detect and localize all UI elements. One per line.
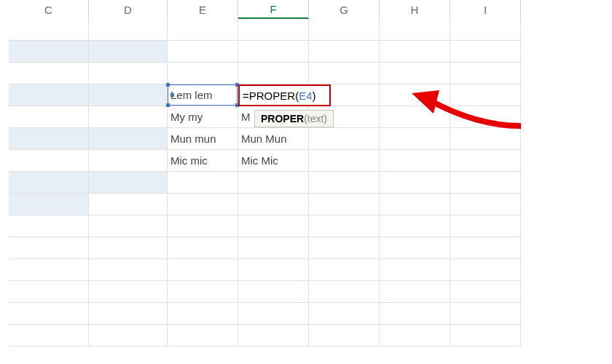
- cell[interactable]: [9, 194, 89, 215]
- cell[interactable]: [238, 281, 309, 303]
- col-header-d[interactable]: D: [89, 0, 168, 19]
- cell[interactable]: [168, 303, 238, 325]
- cell[interactable]: [168, 194, 238, 215]
- cell[interactable]: [89, 325, 168, 347]
- cell[interactable]: [9, 19, 89, 41]
- cell[interactable]: [89, 84, 168, 106]
- cell-f7[interactable]: Mic Mic: [238, 150, 309, 172]
- cell[interactable]: [89, 63, 168, 84]
- cell[interactable]: [9, 303, 89, 325]
- cell[interactable]: [309, 19, 380, 41]
- cell[interactable]: [9, 281, 89, 303]
- cell[interactable]: [380, 150, 450, 172]
- cell[interactable]: [89, 128, 168, 150]
- cell[interactable]: [89, 150, 168, 172]
- cell[interactable]: [309, 63, 380, 84]
- cell[interactable]: [450, 259, 521, 281]
- cell[interactable]: [89, 303, 168, 325]
- cell[interactable]: [380, 281, 450, 303]
- cell[interactable]: [89, 237, 168, 259]
- cell[interactable]: [380, 215, 450, 237]
- cell[interactable]: [9, 106, 89, 128]
- cell[interactable]: [9, 41, 89, 63]
- cell[interactable]: [450, 303, 521, 325]
- cell[interactable]: [309, 303, 380, 325]
- cell[interactable]: [9, 237, 89, 259]
- cell[interactable]: [9, 84, 89, 106]
- cell[interactable]: [380, 194, 450, 215]
- cell[interactable]: [380, 325, 450, 347]
- cell[interactable]: [238, 215, 309, 237]
- cell[interactable]: [238, 325, 309, 347]
- cell[interactable]: [89, 194, 168, 215]
- col-header-f[interactable]: F: [238, 0, 309, 19]
- cell[interactable]: [309, 325, 380, 347]
- cell[interactable]: [89, 106, 168, 128]
- cell-e4[interactable]: Lem lem: [168, 84, 238, 106]
- cell[interactable]: [9, 128, 89, 150]
- cell[interactable]: [309, 215, 380, 237]
- cell[interactable]: [380, 63, 450, 84]
- cell[interactable]: [168, 19, 238, 41]
- col-header-i[interactable]: I: [450, 0, 521, 19]
- cell[interactable]: [89, 41, 168, 63]
- cell[interactable]: [168, 237, 238, 259]
- cell[interactable]: [238, 303, 309, 325]
- cell[interactable]: [238, 41, 309, 63]
- cell[interactable]: [9, 150, 89, 172]
- cell[interactable]: [450, 194, 521, 215]
- cell[interactable]: [450, 237, 521, 259]
- cell[interactable]: [238, 172, 309, 194]
- cell[interactable]: [380, 259, 450, 281]
- col-header-c[interactable]: C: [9, 0, 89, 19]
- cell[interactable]: [309, 41, 380, 63]
- cell[interactable]: [380, 237, 450, 259]
- cell[interactable]: [380, 41, 450, 63]
- cell[interactable]: [9, 172, 89, 194]
- cell[interactable]: [238, 19, 309, 41]
- cell[interactable]: [168, 325, 238, 347]
- cell[interactable]: [9, 325, 89, 347]
- cell[interactable]: [168, 172, 238, 194]
- cell-e7[interactable]: Mic mic: [168, 150, 238, 172]
- cell[interactable]: [238, 63, 309, 84]
- cell[interactable]: [450, 172, 521, 194]
- cell[interactable]: [450, 63, 521, 84]
- cell[interactable]: [168, 63, 238, 84]
- cell[interactable]: [309, 281, 380, 303]
- cell[interactable]: [9, 63, 89, 84]
- cell[interactable]: [450, 215, 521, 237]
- cell-e5[interactable]: My my: [168, 106, 238, 128]
- cell[interactable]: [168, 215, 238, 237]
- cell[interactable]: [450, 19, 521, 41]
- cell[interactable]: [450, 281, 521, 303]
- cell[interactable]: [89, 215, 168, 237]
- cell[interactable]: [450, 325, 521, 347]
- col-header-h[interactable]: H: [380, 0, 450, 19]
- cell[interactable]: [89, 19, 168, 41]
- cell[interactable]: [168, 259, 238, 281]
- cell[interactable]: [9, 259, 89, 281]
- cell[interactable]: [380, 172, 450, 194]
- cell[interactable]: [450, 41, 521, 63]
- col-header-g[interactable]: G: [309, 0, 380, 19]
- cell[interactable]: [309, 259, 380, 281]
- cell[interactable]: [89, 172, 168, 194]
- cell[interactable]: [380, 19, 450, 41]
- cell[interactable]: [309, 237, 380, 259]
- cell[interactable]: [309, 172, 380, 194]
- cell[interactable]: [238, 259, 309, 281]
- cell[interactable]: [168, 41, 238, 63]
- cell[interactable]: [331, 84, 380, 106]
- cell[interactable]: [450, 150, 521, 172]
- cell-f4-editing[interactable]: =PROPER(E4) PROPER(text): [238, 84, 331, 106]
- cell[interactable]: [309, 128, 380, 150]
- cell-e6[interactable]: Mun mun: [168, 128, 238, 150]
- col-header-e[interactable]: E: [168, 0, 238, 19]
- cell[interactable]: [168, 281, 238, 303]
- cell[interactable]: [89, 281, 168, 303]
- function-tooltip[interactable]: PROPER(text): [254, 110, 334, 127]
- cell[interactable]: [238, 237, 309, 259]
- cell[interactable]: [380, 303, 450, 325]
- cell[interactable]: [89, 259, 168, 281]
